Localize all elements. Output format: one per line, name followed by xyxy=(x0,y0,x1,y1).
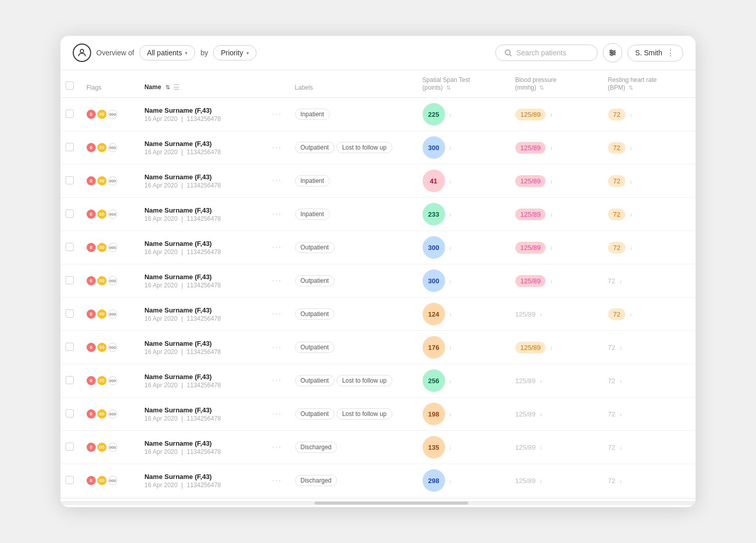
row-menu-button[interactable]: ··· xyxy=(272,210,282,218)
flags-cell: 0 00 000 xyxy=(81,98,139,131)
bp-value: 125/89 xyxy=(515,377,536,385)
select-all-checkbox[interactable] xyxy=(66,81,74,90)
hr-area: 72 ↓ xyxy=(608,344,690,351)
row-menu-cell[interactable]: ··· xyxy=(267,464,290,497)
bp-value: 125/89 xyxy=(515,310,536,318)
flag-dots: 0 00 000 xyxy=(87,243,134,252)
hr-cell: 72 ↓ xyxy=(603,398,696,431)
row-checkbox[interactable] xyxy=(66,243,74,251)
row-menu-button[interactable]: ··· xyxy=(272,143,282,152)
patient-name: Name Surname (F,43) xyxy=(144,273,262,281)
table-row: 0 00 000 Name Surname (F,43) 16 Apr 2020… xyxy=(60,464,696,497)
bp-value: 125/89 xyxy=(515,444,536,451)
hr-sort-icon[interactable]: ⇅ xyxy=(628,85,633,91)
patient-name: Name Surname (F,43) xyxy=(144,306,262,314)
red-flag-dot: 0 xyxy=(87,176,96,185)
table-row: 0 00 000 Name Surname (F,43) 16 Apr 2020… xyxy=(60,364,696,398)
name-column-header: Name ⇅ ☰ xyxy=(139,70,267,98)
row-menu-button[interactable]: ··· xyxy=(272,376,282,385)
row-menu-cell[interactable]: ··· xyxy=(267,398,290,431)
row-checkbox[interactable] xyxy=(66,210,74,218)
flag-dots: 0 00 000 xyxy=(87,143,134,152)
row-menu-cell[interactable]: ··· xyxy=(267,198,290,231)
score-area: 198 ↓ xyxy=(423,403,505,425)
row-menu-button[interactable]: ··· xyxy=(272,476,282,485)
yellow-flag-dot: 00 xyxy=(97,343,107,352)
row-menu-button[interactable]: ··· xyxy=(272,443,282,451)
horizontal-scrollbar[interactable] xyxy=(60,498,696,507)
row-menu-button[interactable]: ··· xyxy=(272,309,282,318)
labels-cell: Inpatient xyxy=(290,198,417,231)
red-flag-dot: 0 xyxy=(87,110,96,119)
row-menu-button[interactable]: ··· xyxy=(272,243,282,252)
row-checkbox[interactable] xyxy=(66,376,74,384)
bp-value: 125/89 xyxy=(515,109,546,120)
row-menu-button[interactable]: ··· xyxy=(272,409,282,418)
priority-filter[interactable]: Priority ▾ xyxy=(213,45,257,60)
row-menu-cell[interactable]: ··· xyxy=(267,164,290,198)
red-flag-dot: 0 xyxy=(87,443,96,452)
row-checkbox[interactable] xyxy=(66,110,74,118)
patient-id: 1134256478 xyxy=(187,248,221,256)
row-menu-button[interactable]: ··· xyxy=(272,276,282,285)
row-checkbox[interactable] xyxy=(66,309,74,318)
flags-cell: 0 00 000 xyxy=(81,131,139,164)
by-label: by xyxy=(200,49,208,57)
label-tag: Outpatient xyxy=(295,275,334,286)
row-checkbox[interactable] xyxy=(66,343,74,351)
bp-value: 125/89 xyxy=(515,175,546,187)
bp-area: 125/89 ↓ xyxy=(515,342,598,353)
name-sort-icon[interactable]: ⇅ xyxy=(165,84,170,91)
flag-dots: 0 00 000 xyxy=(87,476,134,485)
red-flag-dot: 0 xyxy=(87,143,96,152)
row-menu-cell[interactable]: ··· xyxy=(267,131,290,164)
row-menu-cell[interactable]: ··· xyxy=(267,98,290,131)
label-tag: Inpatient xyxy=(295,109,330,120)
row-checkbox[interactable] xyxy=(66,409,74,417)
sst-trend-icon: ↓ xyxy=(449,344,452,350)
row-menu-button[interactable]: ··· xyxy=(272,110,282,118)
chevron-down-icon: ▾ xyxy=(185,50,187,56)
bp-sort-icon[interactable]: ⇅ xyxy=(539,85,544,91)
yellow-flag-dot: 00 xyxy=(97,176,107,185)
sst-trend-icon: ↓ xyxy=(449,244,452,250)
bp-cell: 125/89 ↓ xyxy=(510,98,603,131)
row-checkbox[interactable] xyxy=(66,143,74,151)
flag-dots: 0 00 000 xyxy=(87,176,134,185)
row-menu-button[interactable]: ··· xyxy=(272,176,282,185)
flag-dots: 0 00 000 xyxy=(87,210,134,219)
flags-cell: 0 00 000 xyxy=(81,431,139,464)
labels-cell: OutpatientLost to follow up xyxy=(290,131,417,164)
labels-cell: Discharged xyxy=(290,464,417,497)
row-checkbox[interactable] xyxy=(66,476,74,484)
table-row: 0 00 000 Name Surname (F,43) 16 Apr 2020… xyxy=(60,298,696,331)
patient-meta: 16 Apr 2020 | 1134256478 xyxy=(144,415,262,422)
label-tag: Outpatient xyxy=(295,242,334,253)
row-checkbox[interactable] xyxy=(66,276,74,284)
search-icon xyxy=(504,49,512,57)
hr-area: 72 ↓ xyxy=(608,377,690,385)
flag-dots: 0 00 000 xyxy=(87,276,134,285)
row-menu-cell[interactable]: ··· xyxy=(267,231,290,264)
row-menu-cell[interactable]: ··· xyxy=(267,364,290,398)
all-patients-filter[interactable]: All patients ▾ xyxy=(139,45,195,60)
row-menu-cell[interactable]: ··· xyxy=(267,331,290,364)
row-menu-cell[interactable]: ··· xyxy=(267,298,290,331)
separator: | xyxy=(181,382,183,389)
sst-sort-icon[interactable]: ⇅ xyxy=(446,85,451,91)
hr-cell: 72 ↓ xyxy=(603,164,696,198)
patients-table-container: Flags Name ⇅ ☰ Labels xyxy=(60,70,696,498)
yellow-flag-dot: 00 xyxy=(97,110,107,119)
row-menu-cell[interactable]: ··· xyxy=(267,264,290,298)
row-menu-button[interactable]: ··· xyxy=(272,343,282,351)
filter-button[interactable] xyxy=(603,43,622,62)
search-input[interactable]: Search patients xyxy=(495,45,598,61)
sst-badge: 300 xyxy=(423,136,445,159)
score-area: 135 ↓ xyxy=(423,436,505,458)
patient-name: Name Surname (F,43) xyxy=(144,140,262,148)
row-checkbox[interactable] xyxy=(66,176,74,184)
user-menu-button[interactable]: S. Smith ⋮ xyxy=(627,45,683,61)
row-checkbox[interactable] xyxy=(66,443,74,451)
row-menu-cell[interactable]: ··· xyxy=(267,431,290,464)
column-menu-icon[interactable]: ☰ xyxy=(173,83,180,91)
